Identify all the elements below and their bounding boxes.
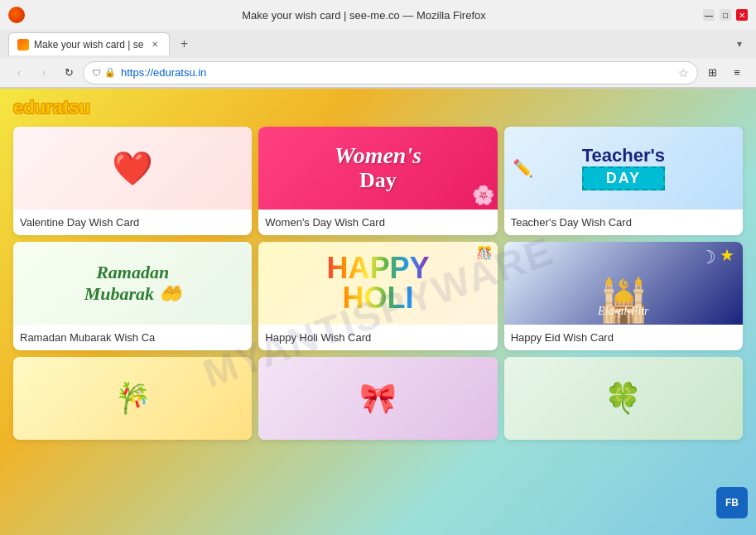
- bookmark-star-icon[interactable]: ☆: [678, 66, 689, 80]
- site-logo[interactable]: eduratsu: [13, 97, 90, 118]
- lock-icon: 🔒: [104, 67, 116, 78]
- eid-card-image: ☽ ★ 🕌 Eid-al-Fitr: [504, 242, 743, 325]
- partial-card-3[interactable]: 🍀: [504, 357, 743, 440]
- eid-card[interactable]: ☽ ★ 🕌 Eid-al-Fitr Happy Eid Wish Card: [504, 242, 743, 350]
- partial-card-3-image: 🍀: [504, 357, 743, 440]
- holi-text: HAPPYHOLI: [326, 253, 429, 313]
- tab-label: Make your wish card | se: [34, 39, 144, 51]
- nav-bar: ‹ › ↻ 🛡 🔒 https://eduratsu.in ☆ ⊞ ≡: [0, 58, 756, 88]
- card-grid: ❤️ Valentine Day Wish Card Women'sDay 🌸 …: [13, 127, 743, 440]
- partial-2-icon: 🎀: [359, 381, 397, 416]
- partial-3-icon: 🍀: [604, 381, 642, 416]
- partial-card-1[interactable]: 🎋: [13, 357, 252, 440]
- holi-decoration: 🎊: [476, 245, 493, 261]
- eid-moon-icon: ☽: [700, 247, 716, 268]
- eid-card-label: Happy Eid Wish Card: [504, 325, 743, 350]
- more-tools-button[interactable]: ≡: [726, 62, 748, 84]
- flower-decoration-icon: 🌸: [472, 185, 494, 206]
- teachers-day-card[interactable]: ✏️ Teacher's DAY Teacher's Day Wish Card: [504, 127, 743, 235]
- address-bar[interactable]: 🛡 🔒 https://eduratsu.in ☆: [83, 61, 698, 84]
- eid-text: Eid-al-Fitr: [598, 305, 648, 317]
- ramadan-card-image: RamadanMubarak 🤲: [13, 242, 252, 325]
- partial-card-1-image: 🎋: [13, 357, 252, 440]
- url-text: https://eduratsu.in: [121, 66, 673, 79]
- tab-close-button[interactable]: ✕: [149, 39, 161, 51]
- maximize-button[interactable]: □: [720, 9, 731, 21]
- teachers-day-card-label: Teacher's Day Wish Card: [504, 210, 743, 235]
- close-button[interactable]: ✕: [736, 9, 748, 21]
- pencil-icon: ✏️: [513, 158, 533, 178]
- holi-card[interactable]: HAPPYHOLI 🎊 Happy Holi Wish Card: [258, 242, 497, 350]
- refresh-button[interactable]: ↻: [58, 62, 79, 84]
- partial-card-2-image: 🎀: [258, 357, 497, 440]
- page-content: MYANTISPYWARE eduratsu ❤️ Valentine Day …: [0, 89, 756, 535]
- ramadan-card[interactable]: RamadanMubarak 🤲 Ramadan Mubarak Wish Ca: [13, 242, 252, 350]
- partial-card-2[interactable]: 🎀: [258, 357, 497, 440]
- browser-title: Make your wish card | see-me.co — Mozill…: [25, 9, 703, 22]
- tab-favicon: [17, 39, 29, 51]
- womens-day-text: Women'sDay: [335, 143, 421, 192]
- holi-card-label: Happy Holi Wish Card: [258, 325, 497, 350]
- new-tab-button[interactable]: +: [175, 34, 195, 54]
- womens-day-card[interactable]: Women'sDay 🌸 Women's Day Wish Card: [258, 127, 497, 235]
- forward-button[interactable]: ›: [33, 62, 55, 84]
- holi-card-image: HAPPYHOLI 🎊: [258, 242, 497, 325]
- ramadan-text: RamadanMubarak 🤲: [84, 262, 181, 306]
- valentine-card-image: ❤️: [13, 127, 252, 210]
- back-button[interactable]: ‹: [8, 62, 30, 84]
- womens-day-card-image: Women'sDay 🌸: [258, 127, 497, 210]
- extensions-button[interactable]: ⊞: [701, 62, 723, 84]
- tab-list-arrow[interactable]: ▾: [731, 36, 748, 52]
- title-bar: Make your wish card | see-me.co — Mozill…: [0, 0, 756, 30]
- feedback-button[interactable]: FB: [716, 487, 748, 518]
- active-tab[interactable]: Make your wish card | se ✕: [8, 32, 170, 55]
- eid-star-icon: ★: [720, 245, 734, 265]
- tab-bar: Make your wish card | se ✕ + ▾: [0, 30, 756, 58]
- ramadan-card-label: Ramadan Mubarak Wish Ca: [13, 325, 252, 350]
- teachers-day-card-image: ✏️ Teacher's DAY: [504, 127, 743, 210]
- valentine-card-label: Valentine Day Wish Card: [13, 210, 252, 235]
- valentine-card[interactable]: ❤️ Valentine Day Wish Card: [13, 127, 252, 235]
- firefox-icon: [8, 7, 25, 23]
- security-shield-icon: 🛡: [92, 68, 101, 78]
- teachers-text: Teacher's: [582, 146, 665, 166]
- hearts-icon: ❤️: [112, 149, 153, 188]
- teachers-day-box: DAY: [582, 166, 665, 190]
- minimize-button[interactable]: —: [703, 9, 715, 21]
- partial-1-icon: 🎋: [114, 381, 152, 416]
- womens-day-card-label: Women's Day Wish Card: [258, 210, 497, 235]
